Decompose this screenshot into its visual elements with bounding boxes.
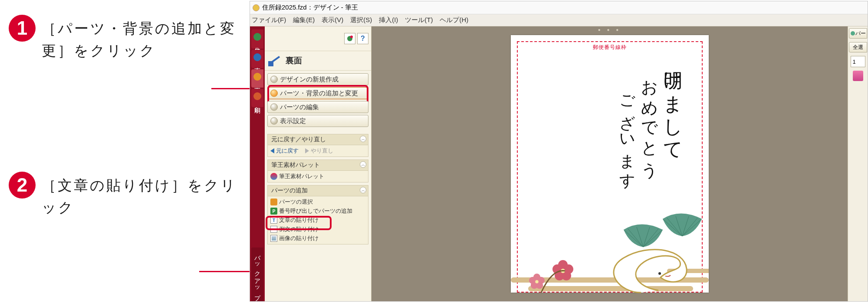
menu-tool[interactable]: ツール(T) (405, 16, 433, 24)
vertical-tab-strip: 住所録 表面 裏面 印刷 バックアップ (250, 26, 265, 301)
parts-edit-label: パーツの編集 (280, 103, 319, 111)
vtab-backup-label: バックアップ (253, 251, 261, 298)
vtab-front-label: 表面 (253, 63, 261, 65)
palette-header: 筆王素材パレット (271, 161, 320, 168)
number-call-item[interactable]: P番号呼び出しでパーツの追加 (270, 207, 365, 215)
back-icon (253, 73, 261, 81)
drag-handle-icon[interactable]: ● ● ● (598, 27, 621, 33)
titlebar: 住所録2025.fzd：デザイン - 筆王 (250, 1, 868, 14)
app-window: 住所録2025.fzd：デザイン - 筆王 ファイル(F) 編集(E) 表示(V… (250, 1, 868, 302)
redo-icon (305, 148, 309, 153)
print-icon (253, 92, 261, 100)
image-icon (270, 235, 277, 242)
parts-edit-button[interactable]: パーツの編集 (267, 101, 368, 113)
undo-row[interactable]: 元に戻す やり直し (270, 147, 365, 155)
dot-icon (270, 117, 278, 125)
side-panel: ? 裏面 デザインの新規作成 パーツ・背景の追加と変更 パーツの編集 表示設定 … (265, 26, 372, 301)
step-number-2: 2 (9, 172, 36, 199)
menu-file[interactable]: ファイル(F) (252, 16, 286, 24)
panel-header-label: 裏面 (286, 55, 302, 66)
dock-select-all-label: 全選 (853, 44, 863, 51)
dot-icon (270, 76, 278, 83)
dock-tab-parts[interactable]: パー (849, 28, 867, 39)
menubar: ファイル(F) 編集(E) 表示(V) 選択(S) 挿入(I) ツール(T) ヘ… (250, 14, 868, 26)
vtab-print-label: 印刷 (253, 102, 261, 104)
dock-item-1-label: 1 (853, 59, 856, 65)
svg-rect-3 (528, 286, 693, 291)
doc-icon (270, 226, 277, 233)
svg-point-5 (658, 272, 661, 275)
globe-icon (346, 35, 353, 42)
text-icon: T (270, 217, 277, 224)
menu-help[interactable]: ヘルプ(H) (440, 16, 468, 24)
postal-guide-label: 郵便番号線枠 (591, 44, 628, 51)
postcard-page[interactable]: 郵便番号線枠 ございます おめでとう 明けまして (511, 35, 709, 293)
front-icon (253, 53, 261, 61)
parts-select-item[interactable]: パーツの選択 (270, 198, 365, 206)
menu-edit[interactable]: 編集(E) (293, 16, 315, 24)
dock-tab-label: パー (855, 30, 866, 37)
greeting-line-3: ございます (619, 57, 635, 182)
svg-point-1 (350, 36, 353, 38)
parts-select-label: パーツの選択 (279, 198, 313, 206)
canvas-area[interactable]: ● ● ● 郵便番号線枠 ございます おめでとう 明けまして (372, 26, 848, 301)
image-paste-item[interactable]: 画像の貼り付け (270, 234, 365, 242)
vtab-address[interactable]: 住所録 (251, 29, 263, 49)
right-dock: パー 全選 1 (848, 26, 868, 301)
instruction-step-2: 2 ［文章の貼り付け］をクリック (9, 174, 241, 218)
vtab-backup[interactable]: バックアップ (251, 247, 263, 301)
palette-icon (270, 173, 277, 180)
view-settings-label: 表示設定 (280, 117, 306, 124)
dock-thumbnail-icon[interactable] (853, 71, 863, 81)
text-paste-item[interactable]: T文章の貼り付け (270, 216, 365, 224)
window-title: 住所録2025.fzd：デザイン - 筆王 (262, 3, 358, 12)
palette-panel: 筆王素材パレット︿ 筆王素材パレット (267, 160, 368, 182)
view-settings-button[interactable]: 表示設定 (267, 115, 368, 127)
text-paste-label: 文章の貼り付け (279, 216, 319, 224)
address-icon (253, 33, 261, 41)
pin-icon (850, 31, 855, 36)
vtab-back-label: 裏面 (253, 82, 261, 84)
parts-background-button[interactable]: パーツ・背景の追加と変更 (267, 87, 368, 99)
dock-select-all[interactable]: 全選 (849, 42, 867, 52)
image-paste-label: 画像の貼り付け (279, 234, 319, 242)
svg-point-17 (535, 280, 539, 283)
undo-icon (270, 148, 274, 153)
new-design-label: デザインの新規作成 (280, 75, 339, 83)
brush-icon (268, 54, 283, 67)
example-paste-label: 例文の貼り付け (279, 225, 319, 233)
vtab-back[interactable]: 裏面 (251, 69, 263, 88)
step-text-2: ［文章の貼り付け］をクリック (42, 174, 241, 218)
number-call-label: 番号呼び出しでパーツの追加 (279, 207, 352, 215)
greeting-line-1: 明けまして (664, 57, 683, 182)
panel-tool-button[interactable] (344, 33, 355, 44)
new-design-button[interactable]: デザインの新規作成 (267, 73, 368, 85)
collapse-icon[interactable]: ︿ (360, 187, 366, 193)
menu-insert[interactable]: 挿入(I) (379, 16, 398, 24)
menu-select[interactable]: 選択(S) (350, 16, 372, 24)
vtab-address-label: 住所録 (253, 42, 261, 45)
dock-item-1[interactable]: 1 (851, 56, 865, 67)
p-icon: P (270, 208, 277, 215)
collapse-icon[interactable]: ︿ (360, 161, 366, 168)
vtab-front[interactable]: 表面 (251, 50, 263, 68)
menu-view[interactable]: 表示(V) (322, 16, 343, 24)
collapse-icon[interactable]: ︿ (360, 136, 366, 142)
help-icon: ? (361, 35, 365, 42)
snake-illustration (511, 206, 709, 297)
greeting-calligraphy: ございます おめでとう 明けまして (619, 57, 683, 182)
help-button[interactable]: ? (357, 33, 368, 44)
palette-item[interactable]: 筆王素材パレット (270, 173, 365, 180)
parts-select-icon (270, 199, 277, 205)
redo-label: やり直し (311, 147, 333, 155)
greeting-line-2: おめでとう (641, 57, 658, 182)
undo-panel-header: 元に戻す／やり直し (271, 136, 326, 143)
dot-icon (270, 90, 278, 97)
example-paste-item[interactable]: 例文の貼り付け (270, 225, 365, 233)
add-parts-panel: パーツの追加︿ パーツの選択 P番号呼び出しでパーツの追加 T文章の貼り付け 例… (267, 185, 368, 244)
vtab-print[interactable]: 印刷 (251, 89, 263, 107)
undo-label: 元に戻す (276, 147, 299, 155)
parts-background-label: パーツ・背景の追加と変更 (280, 89, 358, 97)
step-text-1: ［パーツ・背景の追加と変更］をクリック (42, 17, 241, 62)
dot-icon (270, 104, 278, 111)
